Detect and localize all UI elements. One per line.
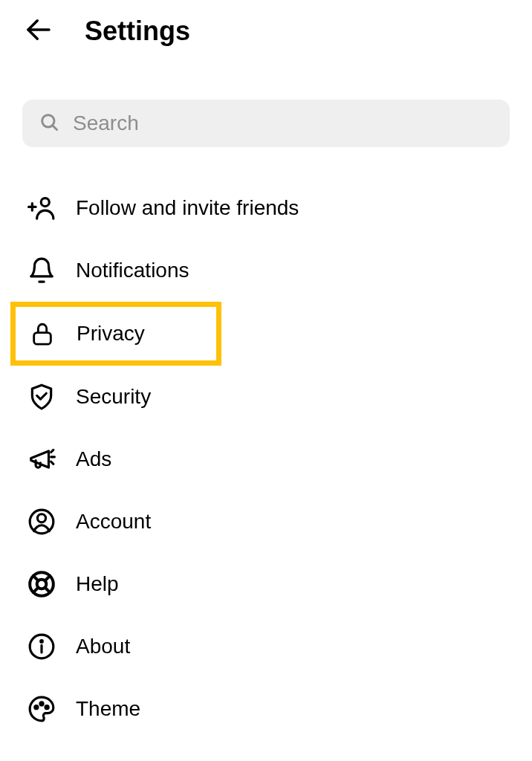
- search-icon: [39, 111, 59, 135]
- help-icon: [27, 569, 56, 599]
- info-icon: [27, 632, 56, 661]
- svg-point-22: [35, 706, 38, 709]
- palette-icon: [27, 694, 56, 724]
- search-box[interactable]: [22, 100, 510, 147]
- megaphone-icon: [27, 444, 56, 474]
- menu-item-theme[interactable]: Theme: [0, 678, 532, 740]
- svg-line-16: [45, 576, 50, 580]
- menu-item-label: Help: [76, 572, 119, 596]
- menu-list: Follow and invite friends Notifications …: [0, 162, 532, 755]
- svg-point-12: [37, 514, 45, 522]
- svg-line-15: [33, 576, 38, 580]
- page-title: Settings: [85, 16, 190, 47]
- menu-item-ads[interactable]: Ads: [0, 428, 532, 490]
- menu-item-security[interactable]: Security: [0, 366, 532, 428]
- svg-point-21: [41, 641, 43, 643]
- arrow-left-icon: [23, 14, 54, 48]
- menu-item-about[interactable]: About: [0, 615, 532, 678]
- menu-item-label: Follow and invite friends: [76, 196, 299, 220]
- svg-line-2: [53, 126, 57, 130]
- search-input[interactable]: [73, 111, 493, 135]
- header: Settings: [0, 0, 532, 62]
- menu-item-label: Privacy: [77, 322, 145, 346]
- back-button[interactable]: [22, 15, 55, 48]
- menu-item-help[interactable]: Help: [0, 553, 532, 615]
- svg-rect-7: [34, 333, 51, 345]
- menu-item-notifications[interactable]: Notifications: [0, 239, 532, 302]
- menu-item-label: About: [76, 635, 130, 658]
- menu-item-label: Theme: [76, 697, 140, 721]
- lock-icon: [27, 319, 57, 349]
- menu-item-account[interactable]: Account: [0, 490, 532, 553]
- menu-item-privacy[interactable]: Privacy: [10, 302, 221, 366]
- account-icon: [27, 507, 56, 537]
- svg-line-17: [33, 588, 38, 592]
- svg-point-23: [40, 702, 43, 705]
- menu-item-label: Notifications: [76, 259, 189, 282]
- menu-item-follow-invite[interactable]: Follow and invite friends: [0, 177, 532, 239]
- shield-check-icon: [27, 382, 56, 412]
- svg-point-3: [41, 198, 49, 207]
- svg-line-10: [51, 462, 53, 464]
- search-container: [22, 100, 510, 147]
- bell-icon: [27, 256, 56, 285]
- svg-line-18: [45, 588, 50, 592]
- menu-item-label: Ads: [76, 447, 111, 471]
- menu-item-label: Account: [76, 510, 151, 534]
- add-user-icon: [27, 193, 56, 223]
- menu-item-label: Security: [76, 385, 151, 409]
- svg-line-8: [51, 450, 53, 452]
- svg-point-24: [45, 706, 48, 709]
